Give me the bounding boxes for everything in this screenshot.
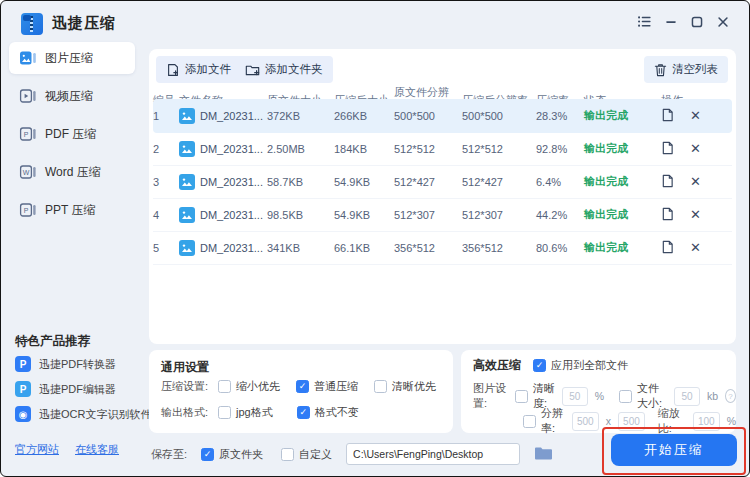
remove-file-icon[interactable]: ✕: [690, 141, 701, 156]
checkbox-box[interactable]: [374, 380, 387, 393]
compressed-resolution: 512*512: [462, 143, 536, 155]
checkbox-option[interactable]: 清晰优先: [374, 379, 436, 394]
checkbox-box[interactable]: [281, 448, 294, 461]
apply-all-checkbox[interactable]: 应用到全部文件: [533, 358, 628, 373]
close-icon[interactable]: [714, 13, 731, 30]
checkbox-option[interactable]: 格式不变: [297, 405, 359, 420]
compress-rate: 6.4%: [536, 176, 584, 188]
sidebar-item-label: Word 压缩: [45, 164, 101, 181]
checkbox-option[interactable]: 应用到全部文件: [533, 358, 628, 373]
image-file-icon: [179, 108, 195, 124]
app-window: 迅捷压缩 图片压缩视频压缩PPDF 压缩WWord 压缩PPPT 压缩 特色产品…: [0, 0, 750, 477]
status-badge: 输出完成: [584, 207, 661, 222]
sidebar-item-ppt-compress[interactable]: PPPT 压缩: [9, 194, 135, 226]
product-item[interactable]: ◉迅捷OCR文字识别软件: [15, 406, 151, 422]
official-site-link[interactable]: 官方网站: [15, 442, 59, 457]
product-item[interactable]: P迅捷PDF编辑器: [15, 381, 116, 397]
checkbox-box[interactable]: [523, 415, 536, 428]
add-file-icon: [166, 63, 180, 77]
sidebar-item-image-compress[interactable]: 图片压缩: [9, 42, 135, 74]
open-file-icon[interactable]: [661, 141, 674, 157]
compressed-size: 184KB: [334, 143, 394, 155]
svg-text:W: W: [23, 169, 30, 176]
table-row[interactable]: 4DM_20231...98.5KB54.9KB512*307512*30744…: [153, 198, 732, 232]
checkbox-option[interactable]: 分辨率:: [523, 406, 565, 436]
checkbox-option[interactable]: 普通压缩: [296, 379, 358, 394]
format-options: jpg格式格式不变: [218, 405, 359, 420]
checkbox-box[interactable]: [218, 380, 231, 393]
image-setting-label: 图片设置:: [473, 381, 508, 411]
remove-file-icon[interactable]: ✕: [690, 240, 701, 255]
ocr-icon: ◉: [15, 406, 31, 422]
sidebar-item-word-compress[interactable]: WWord 压缩: [9, 156, 135, 188]
checkbox-option[interactable]: 缩小优先: [218, 379, 280, 394]
checkbox-box[interactable]: [619, 390, 632, 403]
checkbox-box[interactable]: [297, 406, 310, 419]
compress-rate: 28.3%: [536, 110, 584, 122]
original-size: 98.5KB: [267, 209, 334, 221]
product-label: 迅捷PDF转换器: [39, 357, 116, 372]
remove-file-icon[interactable]: ✕: [690, 108, 701, 123]
resolution-width-input[interactable]: 500: [572, 412, 599, 431]
original-resolution: 512*307: [394, 209, 462, 221]
filesize-unit: kb: [707, 390, 718, 402]
checkbox-box[interactable]: [201, 448, 214, 461]
sidebar-item-label: PDF 压缩: [45, 126, 96, 143]
folder-icon[interactable]: [534, 446, 553, 463]
resolution-checkbox[interactable]: 分辨率:: [523, 406, 565, 436]
window-controls: [636, 13, 731, 30]
checkbox-option[interactable]: jpg格式: [218, 405, 273, 420]
row-number: 5: [153, 242, 179, 254]
save-path-input[interactable]: [346, 443, 520, 465]
sidebar-item-pdf-compress[interactable]: PPDF 压缩: [9, 118, 135, 150]
output-format-row: 输出格式: jpg格式格式不变: [161, 405, 359, 420]
open-file-icon[interactable]: [661, 240, 674, 256]
table-row[interactable]: 3DM_20231...58.7KB54.9KB512*427512*4276.…: [153, 165, 732, 199]
add-folder-button[interactable]: 添加文件夹: [235, 56, 333, 83]
compressed-size: 54.9KB: [334, 209, 394, 221]
checkbox-option[interactable]: 原文件夹: [201, 447, 263, 462]
add-folder-icon: [245, 63, 260, 77]
table-row[interactable]: 2DM_20231...2.50MB184KB512*512512*51292.…: [153, 132, 732, 166]
compressed-resolution: 500*500: [462, 110, 536, 122]
compress-options: 缩小优先普通压缩清晰优先: [218, 379, 436, 394]
sidebar-item-label: PPT 压缩: [45, 202, 95, 219]
checkbox-box[interactable]: [515, 390, 528, 403]
table-row[interactable]: 1DM_20231...372KB266KB500*500500*50028.3…: [153, 99, 732, 133]
remove-file-icon[interactable]: ✕: [690, 174, 701, 189]
product-item[interactable]: P迅捷PDF转换器: [15, 356, 116, 372]
original-resolution: 512*427: [394, 176, 462, 188]
online-support-link[interactable]: 在线客服: [75, 442, 119, 457]
checkbox-option[interactable]: 自定义: [281, 447, 332, 462]
help-icon[interactable]: ?: [725, 389, 736, 403]
checkbox-box[interactable]: [218, 406, 231, 419]
checkbox-box[interactable]: [533, 359, 546, 372]
add-file-button[interactable]: 添加文件: [156, 56, 241, 83]
add-file-label: 添加文件: [185, 62, 231, 77]
sidebar-item-video-compress[interactable]: 视频压缩: [9, 80, 135, 112]
maximize-icon[interactable]: [688, 13, 705, 30]
compressed-size: 54.9KB: [334, 176, 394, 188]
open-file-icon[interactable]: [661, 207, 674, 223]
open-file-icon[interactable]: [661, 174, 674, 190]
sidebar-item-label: 图片压缩: [45, 50, 93, 67]
app-logo-icon: [21, 13, 43, 35]
table-row[interactable]: 5DM_20231...341KB66.1KB356*512356*51280.…: [153, 231, 732, 265]
open-file-icon[interactable]: [661, 108, 674, 124]
start-compress-button[interactable]: 开始压缩: [611, 434, 737, 466]
file-name: DM_20231...: [179, 207, 267, 223]
product-label: 迅捷OCR文字识别软件: [39, 407, 151, 422]
pdf-editor-icon: P: [15, 381, 31, 397]
save-to-row: 保存至: 原文件夹自定义: [151, 443, 553, 465]
filesize-input[interactable]: 50: [674, 387, 700, 406]
minimize-icon[interactable]: [662, 13, 679, 30]
file-name: DM_20231...: [179, 108, 267, 124]
file-name: DM_20231...: [179, 174, 267, 190]
sidebar-item-label: 视频压缩: [45, 88, 93, 105]
remove-file-icon[interactable]: ✕: [690, 207, 701, 222]
clarity-input[interactable]: 50: [562, 387, 588, 406]
clear-list-button[interactable]: 清空列表: [644, 56, 728, 83]
menu-icon[interactable]: [636, 13, 653, 30]
row-actions: ✕: [661, 108, 731, 124]
checkbox-box[interactable]: [296, 380, 309, 393]
